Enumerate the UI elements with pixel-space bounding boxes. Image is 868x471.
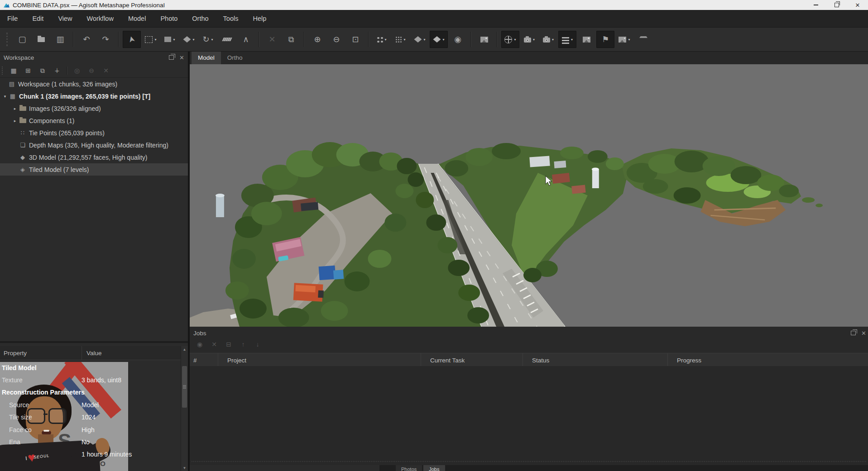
move-region[interactable]: ▾ [161, 31, 179, 48]
dock-splitter[interactable] [0, 341, 188, 343]
viewport-tab-model[interactable]: Model [192, 51, 221, 64]
model-shaded-view[interactable]: ▾ [411, 31, 429, 48]
jobs-column-current-task[interactable]: Current Task [421, 353, 523, 367]
close-button[interactable]: ✕ [847, 0, 868, 10]
new-document[interactable]: ▢ [13, 31, 31, 48]
menu-photo[interactable]: Photo [153, 10, 185, 27]
property-label: Source [0, 401, 29, 409]
jobs-column-progress[interactable]: Progress [667, 353, 868, 367]
scroll-up-icon[interactable]: ▲ [181, 346, 188, 352]
tree-item-depth-maps[interactable]: ❏Depth Maps (326, High quality, Moderate… [0, 139, 188, 151]
menu-ortho[interactable]: Ortho [185, 10, 216, 27]
show-markers-flag[interactable]: ⚑ [596, 31, 614, 48]
angle-measure[interactable]: ∧ [237, 31, 255, 48]
move-region-dropdown-caret[interactable]: ▾ [173, 38, 175, 42]
tie-points-view-dropdown-caret[interactable]: ▾ [403, 38, 405, 42]
undo[interactable]: ↶ [77, 31, 96, 48]
viewport-tab-ortho[interactable]: Ortho [221, 51, 249, 64]
menu-view[interactable]: View [51, 10, 79, 27]
tree-item-label: Tie Points (265,039 points) [29, 129, 105, 137]
tree-caret-icon[interactable]: ▸ [12, 106, 18, 111]
resize-region[interactable]: ▾ [180, 31, 198, 48]
ruler[interactable] [218, 31, 236, 48]
add-photos[interactable]: ⊞ [21, 65, 35, 76]
show-images-pane-dropdown-caret[interactable]: ▾ [628, 38, 630, 42]
open-folder[interactable] [32, 31, 50, 48]
menu-help[interactable]: Help [245, 10, 273, 27]
show-images-pane[interactable]: ▾ [615, 31, 633, 48]
camera-track[interactable]: ▾ [539, 31, 557, 48]
show-cameras-dropdown-caret[interactable]: ▾ [533, 38, 535, 42]
zoom-out[interactable]: ⊖ [327, 31, 345, 48]
globe-view-dropdown-caret[interactable]: ▾ [514, 38, 516, 42]
show-photos[interactable] [577, 31, 595, 48]
scroll-down-icon[interactable]: ▼ [181, 465, 188, 471]
resize-region-dropdown-caret[interactable]: ▾ [192, 38, 194, 42]
tree-caret-icon[interactable]: ▸ [12, 119, 18, 123]
show-cameras[interactable]: ▾ [520, 31, 538, 48]
show-images-pane-icon [619, 37, 626, 43]
tree-item-tiled-model[interactable]: ◈Tiled Model (7 levels) [0, 163, 188, 176]
tree-item-label: Depth Maps (326, High quality, Moderate … [29, 142, 168, 149]
bottom-tab-photos[interactable]: Photos [396, 465, 422, 471]
rotate-region-dropdown-caret[interactable]: ▾ [211, 38, 213, 42]
property-row-face-count: Face coHigh [0, 423, 181, 436]
close-panel-icon[interactable]: ✕ [179, 55, 184, 61]
camera-track-dropdown-caret[interactable]: ▾ [552, 38, 554, 42]
rectangle-selection[interactable]: ▾ [142, 31, 160, 48]
tree-item-3d-model[interactable]: ◆3D Model (21,292,557 faces, High qualit… [0, 151, 188, 163]
ortho-layers[interactable] [634, 31, 652, 48]
restore-button[interactable] [826, 0, 847, 10]
properties-rows: Tiled ModelTexture3 bands, uint8Reconstr… [0, 362, 181, 461]
properties-scrollbar[interactable]: ▲ ▼ [181, 346, 188, 471]
tree-item-images[interactable]: ▸Images (326/326 aligned) [0, 102, 188, 114]
model-shaded-view-dropdown-caret[interactable]: ▾ [423, 38, 425, 42]
dock-divider[interactable] [188, 51, 190, 471]
menu-model[interactable]: Model [121, 10, 153, 27]
rotate-region[interactable]: ↻▾ [199, 31, 217, 48]
scrollbar-thumb[interactable] [182, 366, 187, 408]
navigation[interactable]: ➤ [123, 31, 141, 48]
add-marker[interactable]: ∔ [50, 65, 64, 76]
menu-file[interactable]: File [0, 10, 25, 27]
property-label: Tile size [0, 414, 32, 421]
crop[interactable]: ⧉ [282, 31, 300, 48]
model-viewport[interactable] [190, 64, 868, 327]
menu-workflow[interactable]: Workflow [80, 10, 121, 27]
save[interactable]: ▥ [51, 31, 69, 48]
minimize-button[interactable] [806, 0, 826, 10]
tree-caret-icon[interactable]: ▾ [2, 94, 8, 99]
tie-points-view[interactable]: ▾ [392, 31, 410, 48]
zoom-in[interactable]: ⊕ [308, 31, 326, 48]
show-items-list[interactable]: ▾ [558, 31, 576, 48]
value-column-header[interactable]: Value [82, 346, 188, 360]
property-row-enable: EnaNo [0, 436, 181, 448]
property-column-header[interactable]: Property [0, 346, 82, 360]
tree-item-components[interactable]: ▸Components (1) [0, 114, 188, 127]
point-cloud-view[interactable]: ▾ [373, 31, 391, 48]
jobs-column-number[interactable]: # [190, 353, 218, 367]
tree-item-chunk-1[interactable]: ▾▦Chunk 1 (326 images, 265,039 tie point… [0, 90, 188, 102]
redo[interactable]: ↷ [96, 31, 115, 48]
rectangle-selection-dropdown-caret[interactable]: ▾ [154, 38, 156, 42]
tree-item-tie-points[interactable]: ∷Tie Points (265,039 points) [0, 127, 188, 139]
globe-view[interactable]: ▾ [501, 31, 519, 48]
menu-edit[interactable]: Edit [25, 10, 51, 27]
point-cloud-view-dropdown-caret[interactable]: ▾ [384, 38, 386, 42]
tiled-model-view-dropdown-caret[interactable]: ▾ [442, 38, 444, 42]
show-items-list-dropdown-caret[interactable]: ▾ [571, 38, 573, 42]
fit-view[interactable]: ⊡ [346, 31, 364, 48]
bottom-tab-jobs[interactable]: Jobs [423, 465, 445, 471]
tiled-model-view[interactable]: ▾ [430, 31, 448, 48]
add-chunk[interactable]: ▦ [7, 65, 20, 76]
menu-tools[interactable]: Tools [216, 10, 246, 27]
texture-view[interactable]: ◉ [449, 31, 467, 48]
float-jobs-panel-icon[interactable] [851, 331, 856, 335]
image-view[interactable] [475, 31, 493, 48]
jobs-column-project[interactable]: Project [218, 353, 421, 367]
tree-item-workspace-root[interactable]: ▤Workspace (1 chunks, 326 images) [0, 78, 188, 90]
jobs-column-status[interactable]: Status [523, 353, 667, 367]
close-jobs-panel-icon[interactable]: ✕ [861, 330, 866, 336]
add-folder[interactable]: ⧉ [36, 65, 49, 76]
float-panel-icon[interactable] [169, 55, 174, 60]
